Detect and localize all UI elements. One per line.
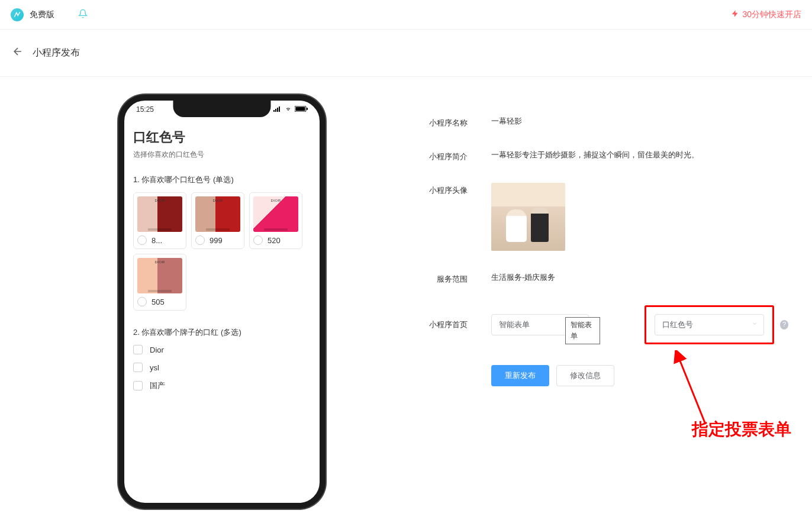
phone-content: 口红色号 选择你喜欢的口红色号 1. 你喜欢哪个口红色号 (单选) 8... 9… xyxy=(124,114,320,406)
radio-icon[interactable] xyxy=(137,235,147,245)
checkbox-item[interactable]: ysl xyxy=(133,363,311,372)
option-label: 999 xyxy=(210,236,223,245)
plan-label: 免费版 xyxy=(30,9,54,20)
option-image xyxy=(137,258,182,293)
annotation-arrow-icon xyxy=(673,350,708,427)
chevron-down-icon xyxy=(752,319,758,330)
signal-icon xyxy=(273,105,282,114)
option-card[interactable]: 505 xyxy=(133,254,186,311)
field-label-home: 小程序首页 xyxy=(414,319,468,330)
modify-info-button[interactable]: 修改信息 xyxy=(556,365,614,386)
svg-rect-5 xyxy=(296,107,305,111)
field-value-intro: 一幕轻影专注于婚纱摄影，捕捉这个瞬间，留住最美的时光。 xyxy=(468,149,788,162)
checkbox-label: ysl xyxy=(150,363,159,372)
option-label: 505 xyxy=(152,298,165,306)
form-subtitle: 选择你喜欢的口红色号 xyxy=(133,150,311,160)
bell-icon[interactable] xyxy=(78,9,88,21)
back-arrow-icon[interactable] xyxy=(12,46,24,60)
field-value-name: 一幕轻影 xyxy=(468,115,788,128)
option-image xyxy=(253,196,298,232)
phone-time: 15:25 xyxy=(136,105,154,114)
svg-rect-6 xyxy=(307,108,308,110)
republish-button[interactable]: 重新发布 xyxy=(491,365,549,386)
checkbox-item[interactable]: Dior xyxy=(133,345,311,354)
phone-notch xyxy=(173,101,271,117)
option-card[interactable]: 8... xyxy=(133,192,186,249)
select-vote-form[interactable]: 口红色号 xyxy=(655,314,764,335)
avatar-image xyxy=(491,183,565,251)
battery-icon xyxy=(295,105,308,114)
checkbox-icon[interactable] xyxy=(133,363,143,372)
option-label: 520 xyxy=(268,236,281,245)
checkbox-list: Dior ysl 国产 xyxy=(133,345,311,391)
radio-icon[interactable] xyxy=(253,235,263,245)
field-label-intro: 小程序简介 xyxy=(414,149,468,162)
highlight-box: 口红色号 xyxy=(645,305,774,344)
option-image xyxy=(195,196,240,232)
logo-icon xyxy=(11,8,24,21)
form-title: 口红色号 xyxy=(133,128,311,146)
field-value-scope: 生活服务-婚庆服务 xyxy=(468,272,788,284)
topbar: 免费版 30分钟快速开店 xyxy=(0,0,812,30)
checkbox-icon[interactable] xyxy=(133,345,143,354)
page-title: 小程序发布 xyxy=(33,47,80,59)
question-1-label: 1. 你喜欢哪个口红色号 (单选) xyxy=(133,175,311,185)
button-label: 修改信息 xyxy=(570,370,601,381)
bolt-icon xyxy=(731,9,739,20)
radio-icon[interactable] xyxy=(195,235,205,245)
field-label-avatar: 小程序头像 xyxy=(414,183,468,196)
option-card[interactable]: 520 xyxy=(249,192,302,249)
quick-shop-link[interactable]: 30分钟快速开店 xyxy=(731,9,801,20)
phone-mockup: 15:25 口红色号 选择你喜欢的口红色号 1. 你喜欢哪个口红色号 (单选) xyxy=(118,95,326,509)
checkbox-label: 国产 xyxy=(150,380,165,391)
page-header: 小程序发布 xyxy=(0,30,812,77)
checkbox-item[interactable]: 国产 xyxy=(133,380,311,391)
select-value: 智能表单 xyxy=(499,319,530,331)
help-icon[interactable]: ? xyxy=(780,320,788,330)
svg-rect-3 xyxy=(279,106,280,112)
field-label-scope: 服务范围 xyxy=(414,272,468,285)
quick-shop-label: 30分钟快速开店 xyxy=(742,9,801,20)
radio-icon[interactable] xyxy=(137,297,147,306)
wifi-icon xyxy=(284,105,292,114)
question-2-label: 2. 你喜欢哪个牌子的口红 (多选) xyxy=(133,327,311,338)
svg-rect-1 xyxy=(275,109,276,112)
svg-rect-2 xyxy=(277,108,278,112)
main-content: 15:25 口红色号 选择你喜欢的口红色号 1. 你喜欢哪个口红色号 (单选) xyxy=(0,77,812,509)
button-label: 重新发布 xyxy=(505,370,536,381)
option-card[interactable]: 999 xyxy=(191,192,244,249)
field-label-name: 小程序名称 xyxy=(414,115,468,128)
option-image xyxy=(137,196,182,232)
form-area: 小程序名称 一幕轻影 小程序简介 一幕轻影专注于婚纱摄影，捕捉这个瞬间，留住最美… xyxy=(326,95,812,509)
tooltip: 智能表单 xyxy=(565,317,600,344)
annotation-text: 指定投票表单 xyxy=(692,418,791,441)
option-label: 8... xyxy=(152,236,162,245)
option-grid: 8... 999 520 xyxy=(133,192,311,311)
checkbox-label: Dior xyxy=(150,345,164,354)
svg-rect-0 xyxy=(273,110,275,112)
checkbox-icon[interactable] xyxy=(133,381,143,390)
select-value: 口红色号 xyxy=(662,319,693,331)
